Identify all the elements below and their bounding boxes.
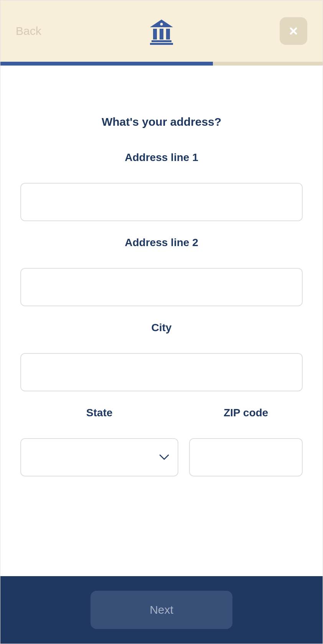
footer: Next <box>0 576 323 644</box>
zip-input[interactable] <box>189 438 303 476</box>
state-label: State <box>20 407 178 419</box>
back-button[interactable]: Back <box>16 25 41 38</box>
city-label: City <box>20 322 303 334</box>
address1-label: Address line 1 <box>20 151 303 164</box>
zip-label: ZIP code <box>189 407 303 419</box>
svg-rect-5 <box>152 40 171 42</box>
progress-bar <box>0 62 323 66</box>
city-input[interactable] <box>20 353 303 391</box>
svg-point-1 <box>160 23 163 26</box>
bank-icon <box>146 16 177 48</box>
close-button[interactable] <box>280 17 307 45</box>
form-content: What's your address? Address line 1 Addr… <box>0 66 323 576</box>
svg-rect-6 <box>150 43 173 45</box>
address2-input[interactable] <box>20 268 303 306</box>
close-icon <box>289 27 298 35</box>
page-title: What's your address? <box>20 115 303 128</box>
address1-input[interactable] <box>20 183 303 221</box>
svg-rect-4 <box>166 29 170 39</box>
svg-rect-3 <box>160 29 163 39</box>
next-button[interactable]: Next <box>91 591 232 629</box>
state-select[interactable] <box>20 438 178 476</box>
header: Back <box>0 0 323 62</box>
svg-rect-2 <box>153 29 157 39</box>
address2-label: Address line 2 <box>20 237 303 249</box>
progress-fill <box>0 62 213 66</box>
